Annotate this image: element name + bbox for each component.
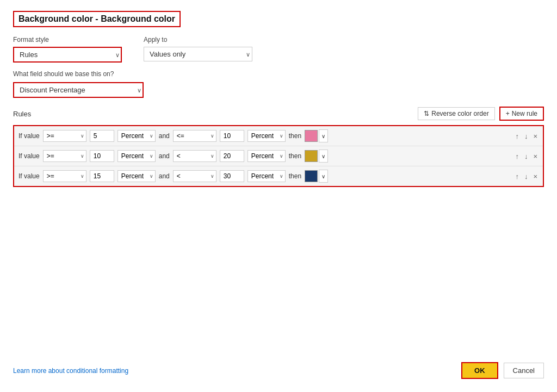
field-select[interactable]: Discount Percentage: [13, 82, 144, 98]
val2-input-3[interactable]: [220, 170, 244, 182]
val1-input-2[interactable]: [90, 150, 114, 162]
op2-select-wrap-3[interactable]: < ∨: [173, 170, 216, 182]
val1-input-3[interactable]: [90, 170, 114, 182]
sort-icon: ⇅: [424, 110, 429, 117]
color-picker-1[interactable]: ∨: [305, 129, 328, 142]
unit1-select-1[interactable]: Percent: [117, 130, 156, 142]
dialog-container: Background color - Background color Form…: [0, 0, 557, 392]
unit2-select-2[interactable]: Percent: [247, 150, 286, 162]
unit2-select-1[interactable]: Percent: [247, 130, 286, 142]
color-picker-3[interactable]: ∨: [305, 170, 328, 183]
format-style-select-wrap[interactable]: Rules ∨: [13, 47, 122, 63]
rules-actions: ⇅ Reverse color order + New rule: [418, 107, 544, 121]
and-label-3: and: [159, 172, 170, 180]
move-up-button-1[interactable]: ↑: [514, 132, 520, 140]
apply-to-group: Apply to Values only ∨: [144, 36, 252, 63]
format-style-select[interactable]: Rules: [13, 47, 122, 63]
move-down-button-2[interactable]: ↓: [523, 152, 529, 160]
op2-select-1[interactable]: <=: [173, 130, 216, 142]
move-down-button-3[interactable]: ↓: [523, 172, 529, 181]
row-actions-1: ↑ ↓ ×: [514, 132, 539, 140]
table-row: If value >= ∨ Percent ∨ and < ∨: [14, 166, 543, 186]
color-swatch-2[interactable]: [305, 150, 318, 162]
plus-icon: +: [506, 110, 510, 117]
color-swatch-1[interactable]: [305, 130, 318, 142]
ok-button[interactable]: OK: [461, 362, 498, 379]
footer: Learn more about conditional formatting …: [13, 362, 544, 379]
op1-select-3[interactable]: >=: [43, 170, 86, 182]
op1-select-1[interactable]: >=: [43, 130, 86, 142]
op2-select-3[interactable]: <: [173, 170, 216, 182]
val1-input-1[interactable]: [90, 130, 114, 142]
and-label-1: and: [159, 132, 170, 140]
unit1-select-wrap-3[interactable]: Percent ∨: [117, 170, 156, 182]
format-style-group: Format style Rules ∨: [13, 36, 122, 63]
val2-input-1[interactable]: [220, 130, 244, 142]
field-question-label: What field should we base this on?: [13, 70, 544, 78]
new-rule-label: New rule: [512, 110, 537, 117]
dialog-title: Background color - Background color: [13, 11, 181, 27]
op2-select-2[interactable]: <: [173, 150, 216, 162]
unit1-select-wrap-1[interactable]: Percent ∨: [117, 130, 156, 142]
if-value-label-3: If value: [18, 172, 40, 180]
delete-button-1[interactable]: ×: [532, 132, 539, 140]
delete-button-3[interactable]: ×: [532, 172, 539, 181]
unit2-select-wrap-2[interactable]: Percent ∨: [247, 150, 286, 162]
val2-input-2[interactable]: [220, 150, 244, 162]
op1-select-wrap-1[interactable]: >= ∨: [43, 130, 86, 142]
table-row: If value >= ∨ Percent ∨ and < ∨: [14, 146, 543, 166]
row-actions-2: ↑ ↓ ×: [514, 152, 539, 160]
color-caret-2[interactable]: ∨: [319, 150, 328, 163]
if-value-label-2: If value: [18, 152, 40, 160]
new-rule-button[interactable]: + New rule: [499, 107, 544, 121]
rules-header: Rules ⇅ Reverse color order + New rule: [13, 107, 544, 121]
then-label-2: then: [289, 152, 301, 160]
format-style-label: Format style: [13, 36, 122, 43]
apply-to-select-wrap[interactable]: Values only ∨: [144, 47, 252, 61]
table-row: If value >= ∨ Percent ∨ and <= ∨: [14, 126, 543, 146]
rules-table: If value >= ∨ Percent ∨ and <= ∨: [13, 125, 544, 187]
color-swatch-3[interactable]: [305, 170, 318, 182]
apply-to-select[interactable]: Values only: [144, 47, 252, 61]
reverse-color-label: Reverse color order: [431, 110, 488, 117]
and-label-2: and: [159, 152, 170, 160]
unit1-select-2[interactable]: Percent: [117, 150, 156, 162]
learn-more-link[interactable]: Learn more about conditional formatting: [13, 367, 128, 375]
op2-select-wrap-2[interactable]: < ∨: [173, 150, 216, 162]
unit2-select-wrap-3[interactable]: Percent ∨: [247, 170, 286, 182]
unit1-select-wrap-2[interactable]: Percent ∨: [117, 150, 156, 162]
row-actions-3: ↑ ↓ ×: [514, 172, 539, 181]
then-label-1: then: [289, 132, 301, 140]
op1-select-2[interactable]: >=: [43, 150, 86, 162]
unit1-select-3[interactable]: Percent: [117, 170, 156, 182]
color-caret-3[interactable]: ∨: [319, 170, 328, 183]
op2-select-wrap-1[interactable]: <= ∨: [173, 130, 216, 142]
color-caret-1[interactable]: ∨: [319, 129, 328, 142]
footer-buttons: OK Cancel: [461, 362, 544, 379]
delete-button-2[interactable]: ×: [532, 152, 539, 160]
move-up-button-3[interactable]: ↑: [514, 172, 520, 181]
reverse-color-button[interactable]: ⇅ Reverse color order: [418, 107, 494, 120]
form-row-top: Format style Rules ∨ Apply to Values onl…: [13, 36, 544, 63]
move-down-button-1[interactable]: ↓: [523, 132, 529, 140]
field-select-wrap[interactable]: Discount Percentage ∨: [13, 82, 144, 98]
cancel-button[interactable]: Cancel: [504, 363, 544, 378]
unit2-select-wrap-1[interactable]: Percent ∨: [247, 130, 286, 142]
move-up-button-2[interactable]: ↑: [514, 152, 520, 160]
op1-select-wrap-2[interactable]: >= ∨: [43, 150, 86, 162]
apply-to-label: Apply to: [144, 36, 252, 43]
unit2-select-3[interactable]: Percent: [247, 170, 286, 182]
op1-select-wrap-3[interactable]: >= ∨: [43, 170, 86, 182]
then-label-3: then: [289, 172, 301, 180]
rules-label: Rules: [13, 110, 31, 118]
color-picker-2[interactable]: ∨: [305, 150, 328, 163]
if-value-label-1: If value: [18, 132, 40, 140]
